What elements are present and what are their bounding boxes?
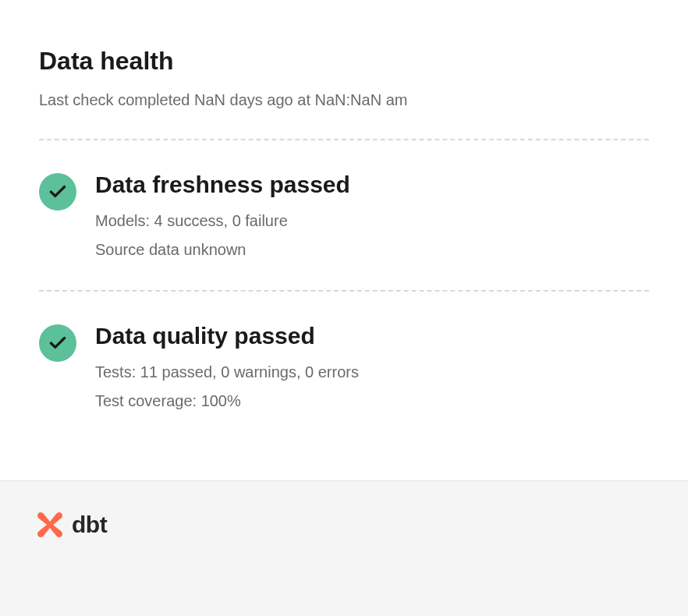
dbt-logo-text: dbt — [72, 512, 107, 538]
footer: dbt — [0, 480, 688, 616]
freshness-check-content: Data freshness passed Models: 4 success,… — [95, 172, 649, 259]
freshness-check-row: Data freshness passed Models: 4 success,… — [39, 140, 649, 290]
freshness-source-detail: Source data unknown — [95, 241, 649, 259]
check-pass-icon — [39, 324, 76, 362]
data-health-panel: Data health Last check completed NaN day… — [0, 0, 688, 480]
freshness-check-title: Data freshness passed — [95, 172, 649, 198]
quality-coverage-detail: Test coverage: 100% — [95, 392, 649, 410]
quality-tests-detail: Tests: 11 passed, 0 warnings, 0 errors — [95, 363, 649, 381]
dbt-logo-icon — [34, 509, 66, 540]
check-pass-icon — [39, 173, 76, 211]
dbt-logo: dbt — [34, 509, 654, 540]
last-check-subtitle: Last check completed NaN days ago at NaN… — [39, 91, 649, 109]
quality-check-content: Data quality passed Tests: 11 passed, 0 … — [95, 323, 649, 410]
freshness-models-detail: Models: 4 success, 0 failure — [95, 212, 649, 230]
quality-check-row: Data quality passed Tests: 11 passed, 0 … — [39, 292, 649, 441]
page-title: Data health — [39, 47, 649, 76]
quality-check-title: Data quality passed — [95, 323, 649, 349]
